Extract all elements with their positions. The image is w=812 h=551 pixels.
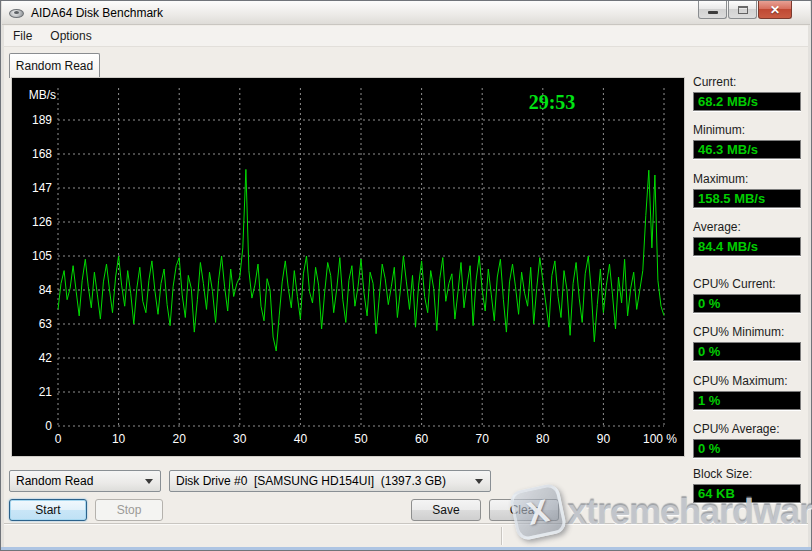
svg-text:80: 80 <box>536 432 550 446</box>
clear-button[interactable]: Clear <box>489 499 559 521</box>
svg-text:90: 90 <box>597 432 611 446</box>
minimize-button[interactable] <box>698 1 727 19</box>
svg-text:105: 105 <box>32 249 52 263</box>
stat-value: 0 % <box>693 294 801 313</box>
stat-cpu-maximum: CPU% Maximum: 1 % <box>693 374 801 410</box>
stat-label: CPU% Maximum: <box>693 374 801 388</box>
status-bar <box>4 523 808 547</box>
chevron-down-icon <box>145 479 153 484</box>
svg-text:147: 147 <box>32 181 52 195</box>
stat-value: 64 KB <box>693 484 801 503</box>
drive-select-value: Disk Drive #0 [SAMSUNG HD154UI] (1397.3 … <box>170 474 475 488</box>
start-button[interactable]: Start <box>9 499 87 521</box>
window-title: AIDA64 Disk Benchmark <box>31 6 163 20</box>
stat-cpu-current: CPU% Current: 0 % <box>693 277 801 313</box>
svg-text:60: 60 <box>415 432 429 446</box>
benchmark-type-select[interactable]: Random Read <box>9 470 161 492</box>
minimize-icon <box>708 11 718 14</box>
svg-text:70: 70 <box>476 432 490 446</box>
stat-current: Current: 68.2 MB/s <box>693 75 801 111</box>
svg-text:10: 10 <box>112 432 126 446</box>
menu-item-file[interactable]: File <box>4 26 41 46</box>
svg-text:126: 126 <box>32 215 52 229</box>
tab-label: Random Read <box>16 59 93 73</box>
stat-label: Current: <box>693 75 801 89</box>
svg-text:0: 0 <box>55 432 62 446</box>
maximize-button[interactable] <box>728 1 757 19</box>
stat-label: Maximum: <box>693 172 801 186</box>
stat-label: Average: <box>693 220 801 234</box>
svg-text:63: 63 <box>39 317 53 331</box>
stat-value: 0 % <box>693 439 801 458</box>
stat-value: 84.4 MB/s <box>693 237 801 256</box>
stat-value: 158.5 MB/s <box>693 189 801 208</box>
menu-bar: File Options <box>4 26 808 47</box>
svg-text:40: 40 <box>294 432 308 446</box>
stat-value: 68.2 MB/s <box>693 92 801 111</box>
tab-random-read[interactable]: Random Read <box>9 53 100 78</box>
svg-text:MB/s: MB/s <box>29 88 56 102</box>
menu-item-options[interactable]: Options <box>41 26 100 46</box>
stat-cpu-average: CPU% Average: 0 % <box>693 422 801 458</box>
stat-average: Average: 84.4 MB/s <box>693 220 801 256</box>
app-window: AIDA64 Disk Benchmark ✕ File Options Ran… <box>0 0 812 551</box>
stat-cpu-minimum: CPU% Minimum: 0 % <box>693 325 801 361</box>
app-disk-icon <box>9 7 25 19</box>
stat-minimum: Minimum: 46.3 MB/s <box>693 123 801 159</box>
stat-label: Block Size: <box>693 467 801 481</box>
stat-label: CPU% Average: <box>693 422 801 436</box>
title-bar[interactable]: AIDA64 Disk Benchmark ✕ <box>2 1 810 25</box>
status-bar-divider <box>501 527 502 545</box>
svg-text:30: 30 <box>233 432 247 446</box>
svg-text:29:53: 29:53 <box>529 91 576 113</box>
maximize-icon <box>738 6 748 14</box>
svg-text:100 %: 100 % <box>643 432 677 446</box>
chevron-down-icon <box>475 479 483 484</box>
stat-value: 1 % <box>693 391 801 410</box>
stat-value: 0 % <box>693 342 801 361</box>
svg-text:0: 0 <box>45 419 52 433</box>
svg-text:189: 189 <box>32 113 52 127</box>
stop-button[interactable]: Stop <box>95 499 163 521</box>
drive-select[interactable]: Disk Drive #0 [SAMSUNG HD154UI] (1397.3 … <box>169 470 491 492</box>
svg-text:42: 42 <box>39 351 53 365</box>
svg-text:84: 84 <box>39 283 53 297</box>
benchmark-chart: 189168147126105846342210MB/s010203040506… <box>12 78 684 456</box>
stat-label: Minimum: <box>693 123 801 137</box>
stat-label: CPU% Minimum: <box>693 325 801 339</box>
save-button[interactable]: Save <box>411 499 481 521</box>
svg-text:20: 20 <box>173 432 187 446</box>
stat-label: CPU% Current: <box>693 277 801 291</box>
stat-maximum: Maximum: 158.5 MB/s <box>693 172 801 208</box>
close-button[interactable]: ✕ <box>758 1 792 19</box>
stat-block-size: Block Size: 64 KB <box>693 467 801 503</box>
chart-panel: 189168147126105846342210MB/s010203040506… <box>11 77 685 457</box>
svg-text:21: 21 <box>39 385 53 399</box>
svg-text:168: 168 <box>32 147 52 161</box>
svg-text:50: 50 <box>354 432 368 446</box>
stat-value: 46.3 MB/s <box>693 140 801 159</box>
benchmark-type-value: Random Read <box>10 474 145 488</box>
close-icon: ✕ <box>770 2 780 18</box>
